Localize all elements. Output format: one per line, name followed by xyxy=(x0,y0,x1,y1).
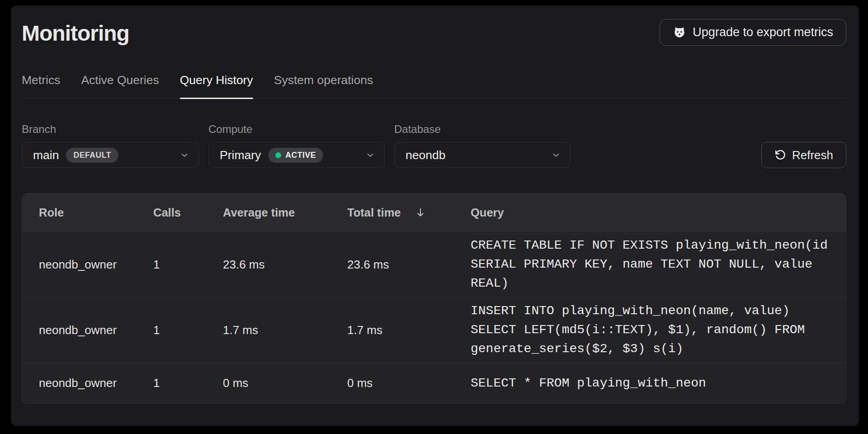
cell-calls: 1 xyxy=(153,323,223,337)
chevron-down-icon xyxy=(179,150,189,160)
chevron-down-icon xyxy=(551,150,561,160)
total-time-header-label: Total time xyxy=(347,206,401,219)
cell-average-time: 1.7 ms xyxy=(223,323,347,337)
cell-query: CREATE TABLE IF NOT EXISTS playing_with_… xyxy=(471,236,830,293)
upgrade-to-export-metrics-button[interactable]: Upgrade to export metrics xyxy=(660,19,846,46)
refresh-button[interactable]: Refresh xyxy=(761,142,846,168)
cell-role: neondb_owner xyxy=(39,258,153,272)
cell-query: INSERT INTO playing_with_neon(name, valu… xyxy=(471,302,830,359)
compute-label: Compute xyxy=(208,123,385,136)
active-status-dot xyxy=(275,152,281,158)
compute-filter: Compute Primary ACTIVE xyxy=(208,123,385,168)
compute-select[interactable]: Primary ACTIVE xyxy=(208,142,385,168)
chevron-down-icon xyxy=(365,150,375,160)
tab-metrics[interactable]: Metrics xyxy=(22,73,60,98)
database-select[interactable]: neondb xyxy=(394,142,571,168)
cell-role: neondb_owner xyxy=(39,323,153,337)
sort-descending-arrow-icon xyxy=(415,207,426,218)
cell-total-time: 23.6 ms xyxy=(347,258,471,272)
refresh-button-label: Refresh xyxy=(792,148,833,162)
branch-select[interactable]: main DEFAULT xyxy=(22,142,199,168)
cell-calls: 1 xyxy=(153,258,223,272)
monitoring-tabs: Metrics Active Queries Query History Sys… xyxy=(22,73,846,99)
branch-value: main xyxy=(33,148,59,162)
database-value: neondb xyxy=(406,148,445,162)
active-badge-label: ACTIVE xyxy=(285,151,316,160)
column-header-average-time[interactable]: Average time xyxy=(223,206,347,219)
branch-label: Branch xyxy=(22,123,199,136)
table-header-row: Role Calls Average time Total time Query xyxy=(22,193,846,231)
refresh-icon xyxy=(774,149,786,161)
table-row: neondb_owner 1 23.6 ms 23.6 ms CREATE TA… xyxy=(22,231,846,297)
column-header-query[interactable]: Query xyxy=(471,206,830,219)
cell-role: neondb_owner xyxy=(39,376,153,390)
column-header-role[interactable]: Role xyxy=(39,206,153,219)
tab-active-queries[interactable]: Active Queries xyxy=(81,73,159,98)
branch-filter: Branch main DEFAULT xyxy=(22,123,199,168)
column-header-total-time[interactable]: Total time xyxy=(347,206,471,219)
default-badge: DEFAULT xyxy=(66,148,118,163)
tab-system-operations[interactable]: System operations xyxy=(274,73,373,98)
cell-calls: 1 xyxy=(153,376,223,390)
table-row: neondb_owner 1 0 ms 0 ms SELECT * FROM p… xyxy=(22,363,846,403)
datadog-dog-icon xyxy=(673,26,686,39)
table-body: neondb_owner 1 23.6 ms 23.6 ms CREATE TA… xyxy=(22,231,846,403)
cell-average-time: 0 ms xyxy=(223,376,347,390)
database-filter: Database neondb xyxy=(394,123,571,168)
active-badge: ACTIVE xyxy=(268,148,323,163)
cell-query: SELECT * FROM playing_with_neon xyxy=(471,374,830,393)
compute-value: Primary xyxy=(220,148,261,162)
cell-total-time: 1.7 ms xyxy=(347,323,471,337)
monitoring-page: Monitoring Upgrade to export metrics Met… xyxy=(11,5,859,426)
filters-row: Branch main DEFAULT Compute Primary ACTI… xyxy=(22,123,846,168)
upgrade-button-label: Upgrade to export metrics xyxy=(693,25,833,39)
cell-average-time: 23.6 ms xyxy=(223,258,347,272)
column-header-calls[interactable]: Calls xyxy=(153,206,223,219)
database-label: Database xyxy=(394,123,571,136)
tab-query-history[interactable]: Query History xyxy=(180,73,253,98)
table-row: neondb_owner 1 1.7 ms 1.7 ms INSERT INTO… xyxy=(22,297,846,363)
cell-total-time: 0 ms xyxy=(347,376,471,390)
query-history-table: Role Calls Average time Total time Query… xyxy=(22,193,846,404)
